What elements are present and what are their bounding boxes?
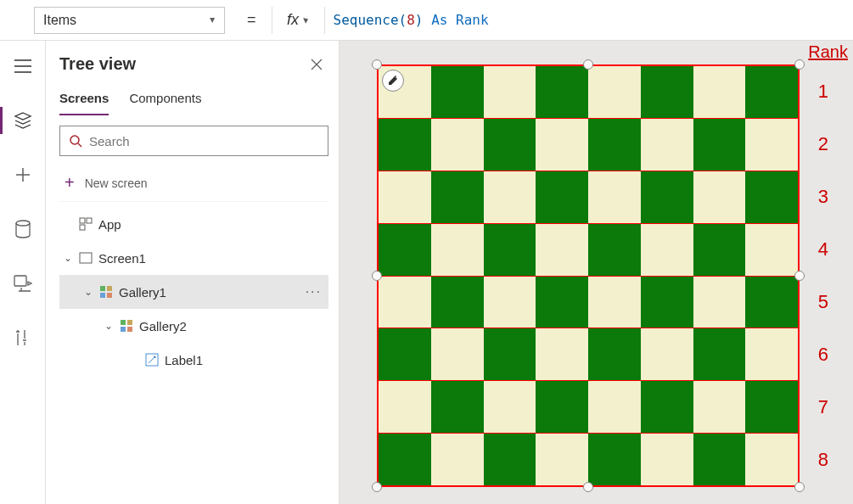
rank-number: 2 bbox=[818, 133, 828, 155]
svg-rect-8 bbox=[107, 286, 112, 291]
chevron-down-icon[interactable]: ⌄ bbox=[104, 320, 114, 332]
board-cell bbox=[379, 224, 431, 276]
rank-number: 1 bbox=[818, 81, 828, 103]
gallery1-control[interactable]: 12345678 bbox=[377, 64, 800, 487]
svg-rect-12 bbox=[127, 320, 132, 325]
tree-panel: Tree view Screens Components + New scree… bbox=[46, 41, 340, 504]
rank-number: 7 bbox=[818, 396, 828, 418]
formula-token-id: Rank bbox=[456, 12, 489, 28]
board-cell bbox=[588, 224, 641, 276]
tree-item-screen1[interactable]: ⌄ Screen1 bbox=[59, 241, 328, 275]
property-dropdown[interactable]: Items ▸ bbox=[34, 7, 225, 34]
tree-item-gallery1[interactable]: ⌄ Gallery1 ··· bbox=[59, 275, 328, 309]
tree-item-label: Label1 bbox=[165, 353, 322, 367]
board-cell bbox=[431, 381, 484, 433]
resize-handle[interactable] bbox=[794, 59, 805, 70]
tree-close-button[interactable] bbox=[310, 58, 323, 71]
rank-number: 5 bbox=[818, 291, 828, 313]
board-cell bbox=[379, 277, 431, 328]
board-cell bbox=[484, 381, 536, 433]
layers-icon bbox=[14, 111, 32, 130]
gallery-icon bbox=[119, 318, 134, 333]
tree-item-app[interactable]: App bbox=[59, 207, 328, 241]
pencil-icon bbox=[387, 75, 399, 87]
board-cell bbox=[536, 119, 588, 171]
board-cell bbox=[641, 66, 693, 118]
resize-handle[interactable] bbox=[372, 59, 382, 70]
more-button[interactable]: ··· bbox=[306, 284, 322, 300]
rail-data[interactable] bbox=[6, 212, 40, 246]
rank-row: 3 bbox=[379, 171, 798, 223]
rank-header-label: Rank bbox=[808, 42, 848, 62]
formula-token-op: As bbox=[431, 12, 447, 28]
screen-icon bbox=[78, 250, 93, 266]
tree-item-gallery2[interactable]: ⌄ Gallery2 bbox=[59, 309, 328, 343]
board-cell bbox=[641, 434, 693, 485]
resize-handle[interactable] bbox=[794, 482, 805, 492]
rail-media[interactable] bbox=[6, 266, 40, 300]
rail-tree-view[interactable] bbox=[6, 104, 40, 137]
chess-board: 12345678 bbox=[377, 64, 800, 487]
app-icon bbox=[78, 216, 93, 232]
formula-token-num: 8 bbox=[407, 12, 415, 28]
svg-rect-13 bbox=[121, 327, 126, 332]
formula-editor[interactable]: Sequence(8) As Rank bbox=[324, 7, 853, 34]
svg-rect-4 bbox=[87, 218, 92, 223]
chevron-down-icon[interactable]: ⌄ bbox=[63, 252, 73, 264]
chevron-down-icon[interactable]: ⌄ bbox=[83, 286, 93, 298]
svg-rect-14 bbox=[127, 327, 132, 332]
fx-button[interactable]: fx ▸ bbox=[272, 7, 324, 34]
board-cell bbox=[536, 224, 588, 276]
board-cell bbox=[641, 277, 693, 328]
board-cell bbox=[641, 119, 693, 171]
plus-icon: + bbox=[65, 173, 75, 193]
rank-row: 4 bbox=[379, 223, 798, 276]
board-cell bbox=[588, 328, 641, 380]
hamburger-icon bbox=[14, 59, 31, 73]
board-cell bbox=[693, 171, 746, 223]
board-cell bbox=[484, 328, 536, 380]
tab-screens[interactable]: Screens bbox=[59, 91, 109, 115]
board-cell bbox=[379, 171, 431, 223]
board-cell bbox=[484, 434, 536, 485]
board-cell bbox=[484, 66, 536, 118]
tree-tabs: Screens Components bbox=[59, 91, 328, 115]
canvas[interactable]: Rank 12345678 bbox=[340, 41, 853, 504]
resize-handle[interactable] bbox=[794, 271, 805, 281]
new-screen-button[interactable]: + New screen bbox=[59, 165, 328, 202]
search-input[interactable] bbox=[89, 134, 319, 148]
search-box[interactable] bbox=[59, 126, 328, 156]
chevron-down-icon: ▸ bbox=[207, 18, 219, 23]
tree-item-label: Gallery1 bbox=[119, 285, 300, 300]
board-cell bbox=[379, 434, 431, 485]
property-dropdown-value: Items bbox=[43, 13, 76, 28]
board-cell bbox=[745, 434, 798, 485]
tree-title: Tree view bbox=[59, 54, 136, 74]
rail-insert[interactable] bbox=[6, 158, 40, 192]
resize-handle[interactable] bbox=[372, 271, 382, 281]
board-cell bbox=[588, 277, 641, 328]
database-icon bbox=[14, 220, 31, 238]
board-cell bbox=[379, 328, 431, 380]
resize-handle[interactable] bbox=[583, 59, 593, 70]
tree-item-label1[interactable]: Label1 bbox=[59, 343, 328, 377]
rank-number: 4 bbox=[818, 238, 828, 260]
rank-row: 8 bbox=[379, 433, 798, 485]
resize-handle[interactable] bbox=[372, 482, 382, 492]
board-cell bbox=[431, 119, 484, 171]
rank-number: 3 bbox=[818, 186, 828, 208]
rank-row: 5 bbox=[379, 276, 798, 328]
tree-item-label: Gallery2 bbox=[139, 319, 322, 333]
svg-rect-6 bbox=[80, 253, 92, 263]
rail-settings[interactable] bbox=[6, 321, 40, 355]
edit-template-button[interactable] bbox=[382, 70, 404, 92]
board-cell bbox=[431, 66, 484, 118]
chevron-down-icon: ▸ bbox=[300, 18, 312, 23]
svg-rect-11 bbox=[121, 320, 126, 325]
board-cell bbox=[536, 328, 588, 380]
tab-components[interactable]: Components bbox=[129, 91, 201, 115]
tree-item-label: Screen1 bbox=[98, 251, 322, 266]
rail-hamburger[interactable] bbox=[6, 49, 40, 83]
board-cell bbox=[536, 66, 588, 118]
resize-handle[interactable] bbox=[583, 482, 593, 492]
